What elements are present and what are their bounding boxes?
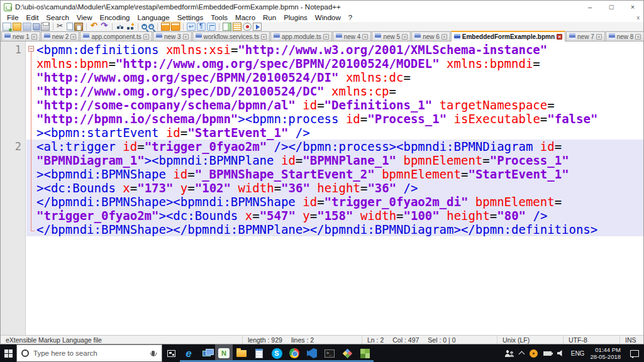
code-row[interactable]: "http://www.omg.org/spec/DD/20100524/DC"… [26, 84, 643, 98]
function-list-icon[interactable] [233, 23, 242, 31]
green-grid-app-taskbar-button[interactable] [356, 344, 374, 362]
close-tab-icon[interactable]: × [402, 34, 408, 40]
code-row[interactable]: ><bpmn:startEvent id="StartEvent_1" /> [26, 126, 643, 140]
close-tab-icon[interactable]: × [635, 34, 641, 40]
code-row[interactable]: "http://bpmn.io/schema/bpmn"><bpmn:proce… [26, 112, 643, 126]
volume-icon[interactable] [557, 349, 565, 357]
undo-icon[interactable] [90, 23, 99, 31]
menu-item-settings[interactable]: Settings [174, 13, 208, 22]
close-tab-icon[interactable]: × [323, 34, 329, 40]
orange-settings-icon[interactable] [530, 349, 538, 358]
maximize-button[interactable]: ▢ [601, 1, 622, 13]
close-tab-icon[interactable]: × [441, 34, 447, 40]
copy-icon[interactable] [67, 23, 73, 30]
start-button[interactable] [0, 344, 16, 362]
close-tab-icon[interactable]: × [362, 34, 368, 40]
save-icon[interactable] [23, 23, 31, 31]
code-row[interactable]: xmlns:bpmn="http://www.omg.org/spec/BPMN… [26, 57, 643, 70]
close-document-button[interactable]: x [637, 14, 640, 21]
microphone-icon[interactable] [152, 351, 155, 356]
tab-new-6[interactable]: new 6× [411, 31, 450, 41]
tab-app-component-ts[interactable]: app.component.ts× [80, 31, 152, 41]
battery-icon[interactable] [543, 351, 552, 356]
clock[interactable]: 01:44 PM 28-05-2018 [590, 346, 621, 360]
minimize-button[interactable]: – [579, 1, 601, 13]
code-row[interactable]: "http://some-company/schema/bpmn/al" id=… [26, 98, 643, 112]
taskbar-search-input[interactable]: Type here to search [16, 344, 162, 362]
show-all-characters-icon[interactable] [197, 23, 206, 31]
close-tab-icon[interactable]: × [183, 34, 189, 40]
chevron-up-icon[interactable] [518, 351, 525, 358]
redo-icon[interactable] [100, 23, 109, 31]
menu-item-window[interactable]: Window [311, 13, 345, 22]
cut-icon[interactable] [57, 23, 65, 31]
print-icon[interactable] [41, 23, 50, 31]
vscode-taskbar-button[interactable] [303, 344, 321, 362]
open-file-icon[interactable] [13, 23, 21, 31]
code-row[interactable]: "http://www.omg.org/spec/BPMN/20100524/D… [26, 70, 643, 84]
edge-taskbar-button[interactable]: e [180, 344, 197, 362]
eol-format-label[interactable]: Unix (LF) [502, 336, 530, 344]
menu-item-tools[interactable]: Tools [207, 13, 231, 22]
close-tab-icon[interactable]: × [31, 34, 37, 40]
menu-item-run[interactable]: Run [259, 13, 280, 22]
terminal-taskbar-button[interactable]: >_ [321, 344, 338, 362]
code-row-current-line[interactable]: </bpmndi:BPMNShape><bpmndi:BPMNShape id=… [26, 195, 643, 209]
code-row-current-line[interactable]: ><bpmndi:BPMNShape id="_BPMNShape_StartE… [26, 167, 643, 181]
tab-new-5[interactable]: new 5× [372, 31, 411, 41]
menu-item-edit[interactable]: Edit [23, 13, 43, 22]
new-file-icon[interactable] [3, 23, 11, 31]
tab-new-7[interactable]: new 7× [566, 31, 605, 41]
find-icon[interactable] [116, 23, 125, 31]
menu-item-language[interactable]: Language [133, 13, 173, 22]
tab-app-module-ts[interactable]: app.module.ts× [270, 31, 332, 41]
save-all-icon[interactable] [33, 23, 40, 30]
zoom-in-icon[interactable] [142, 24, 147, 30]
tab-new-2[interactable]: new 2× [41, 31, 80, 41]
menu-item-help[interactable]: ? [345, 13, 356, 22]
chrome-taskbar-button[interactable] [286, 344, 303, 362]
editor[interactable]: 12 <bpmn:definitions xmlns:xsi="http://w… [1, 41, 643, 335]
close-tab-icon[interactable]: × [143, 34, 149, 40]
sync-scroll-vertical-icon[interactable] [161, 23, 170, 31]
notepad-plus-plus-taskbar-button[interactable]: N [215, 344, 233, 362]
remote-desktop-taskbar-button[interactable] [197, 344, 215, 362]
zoom-out-icon[interactable] [148, 24, 154, 30]
close-tab-icon[interactable]: × [557, 34, 562, 40]
menu-item-file[interactable]: File [3, 13, 23, 22]
close-tab-icon[interactable]: × [596, 34, 602, 40]
close-button[interactable]: × [622, 1, 643, 13]
code-row-current-line[interactable]: </bpmndi:BPMNShape></bpmndi:BPMNPlane></… [26, 222, 643, 236]
play-macro-icon[interactable] [253, 23, 262, 31]
tab-new-4[interactable]: new 4× [333, 31, 372, 41]
tab-new-1[interactable]: new 1× [1, 31, 40, 41]
tab-embeddedformexample-bpmn[interactable]: EmbeddedFormExample.bpmn× [451, 31, 565, 41]
code-row-current-line[interactable]: ><dc:Bounds x="173" y="102" width="36" h… [26, 181, 643, 195]
file-explorer-taskbar-button[interactable] [233, 344, 250, 362]
diamond-modeler-taskbar-button[interactable] [338, 344, 356, 362]
tab-new-3[interactable]: new 3× [153, 31, 192, 41]
paste-icon[interactable] [74, 23, 83, 31]
document-map-icon[interactable] [223, 23, 231, 31]
fold-collapse-icon[interactable] [28, 46, 34, 52]
insert-mode-label[interactable]: INS [625, 336, 636, 344]
code-row[interactable]: <bpmn:definitions xmlns:xsi="http://www.… [26, 43, 643, 57]
code-row-current-line[interactable]: <al:trigger id="trigger_0fyao2m" /></bpm… [26, 140, 643, 153]
encoding-label[interactable]: UTF-8 [569, 336, 587, 344]
code-row-current-line[interactable]: "BPMNDiagram_1"><bpmndi:BPMNPlane id="BP… [26, 153, 643, 167]
language-indicator[interactable]: ENG [571, 350, 585, 357]
code-row-current-line[interactable]: "trigger_0fyao2m"><dc:Bounds x="547" y="… [26, 209, 643, 222]
close-tab-icon[interactable]: × [261, 34, 267, 40]
code-area[interactable]: <bpmn:definitions xmlns:xsi="http://www.… [26, 41, 643, 236]
tab-workflow-services-ts[interactable]: workflow.services.ts× [192, 31, 270, 41]
menu-item-plugins[interactable]: Plugins [280, 13, 311, 22]
action-center-icon[interactable] [630, 350, 639, 357]
tab-new-8[interactable]: new 8× [606, 31, 644, 41]
replace-icon[interactable] [126, 23, 135, 31]
people-icon[interactable] [505, 350, 514, 357]
task-view-button[interactable] [162, 344, 180, 362]
record-macro-icon[interactable] [243, 23, 252, 31]
skype-taskbar-button[interactable]: S [268, 344, 286, 362]
close-tab-icon[interactable]: × [70, 34, 76, 40]
notepad-taskbar-button[interactable] [250, 344, 268, 362]
